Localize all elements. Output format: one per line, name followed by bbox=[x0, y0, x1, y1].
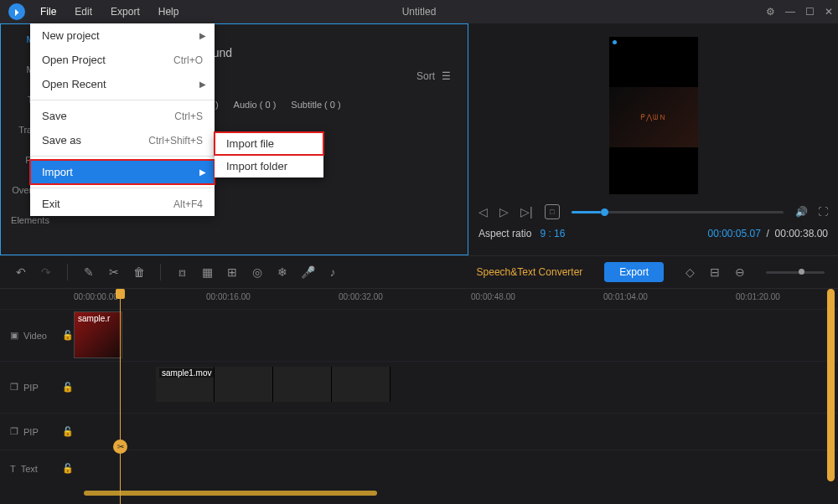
menu-import[interactable]: Import▶ bbox=[30, 160, 215, 184]
video-track-icon: ▣ bbox=[10, 330, 18, 341]
aspect-ratio-value[interactable]: 9 : 16 bbox=[540, 228, 565, 239]
track-pip[interactable]: ❐ PIP 🔓 sample1.mov bbox=[0, 361, 838, 413]
preview-frame: ᑭ⋀ᗯN bbox=[609, 87, 698, 147]
timeline-clip-pip[interactable]: sample1.mov bbox=[156, 367, 391, 402]
timeline-clip-video[interactable]: sample.r bbox=[74, 311, 122, 358]
sort-control[interactable]: Sort ☰ bbox=[416, 70, 451, 82]
maximize-icon[interactable]: ☐ bbox=[805, 6, 815, 18]
lock-icon[interactable]: 🔓 bbox=[62, 426, 72, 437]
play-button[interactable]: ▷ bbox=[499, 205, 509, 219]
title-bar: ⏵ File Edit Export Help Untitled ⚙ — ☐ ✕ bbox=[0, 0, 838, 23]
menu-import-folder[interactable]: Import folder bbox=[215, 155, 323, 177]
voiceover-button[interactable]: 🎤 bbox=[300, 265, 315, 280]
preview-panel: ᑭ⋀ᗯN ◁ ▷ ▷| □ 🔊 ⛶ Aspect ratio 9 : 16 00… bbox=[468, 23, 838, 255]
prev-frame-button[interactable]: ◁ bbox=[478, 205, 488, 219]
menu-new-project[interactable]: New project▶ bbox=[30, 23, 215, 48]
menu-label: Open Recent bbox=[42, 78, 106, 90]
playhead-scissors-icon[interactable]: ✂ bbox=[113, 440, 127, 454]
track-head: ❐ PIP bbox=[0, 426, 59, 437]
menu-separator bbox=[30, 100, 215, 100]
export-button[interactable]: Export bbox=[604, 262, 664, 282]
playhead[interactable]: ✂ bbox=[120, 289, 121, 504]
menu-label: Save as bbox=[42, 134, 81, 147]
zoom-thumb[interactable] bbox=[799, 269, 804, 275]
toolbar-divider bbox=[160, 264, 161, 280]
menu-edit[interactable]: Edit bbox=[66, 3, 101, 21]
zoom-out-button[interactable]: ⊖ bbox=[732, 265, 747, 280]
track-text[interactable]: T Text 🔓 bbox=[0, 450, 838, 486]
track-video[interactable]: ▣ Video 🔓 sample.r bbox=[0, 309, 838, 361]
lock-icon[interactable]: 🔓 bbox=[62, 463, 72, 474]
audio-detach-button[interactable]: ♪ bbox=[325, 265, 340, 280]
freeze-button[interactable]: ❄ bbox=[275, 265, 290, 280]
text-track-icon: T bbox=[10, 464, 16, 474]
document-title: Untitled bbox=[402, 6, 437, 18]
zoom-slider[interactable] bbox=[766, 271, 825, 274]
vertical-scrollbar[interactable] bbox=[827, 289, 835, 481]
aspect-label: Aspect ratio bbox=[478, 228, 531, 239]
time-sep: / bbox=[767, 228, 769, 239]
clip-thumbnail bbox=[215, 367, 273, 402]
menu-open-project[interactable]: Open ProjectCtrl+O bbox=[30, 48, 215, 72]
seek-thumb[interactable] bbox=[601, 208, 608, 216]
pip-track-icon: ❐ bbox=[10, 426, 18, 437]
close-icon[interactable]: ✕ bbox=[825, 6, 833, 18]
stop-button[interactable]: □ bbox=[545, 204, 560, 219]
crop-button[interactable]: ⧈ bbox=[174, 265, 189, 280]
edit-button[interactable]: ✎ bbox=[81, 265, 96, 280]
marker-button[interactable]: ◇ bbox=[682, 265, 697, 280]
minimize-icon[interactable]: — bbox=[785, 6, 795, 18]
menu-label: Import bbox=[42, 166, 73, 178]
menu-exit[interactable]: ExitAlt+F4 bbox=[30, 192, 215, 216]
track-label: Video bbox=[23, 331, 47, 341]
lock-icon[interactable]: 🔓 bbox=[62, 382, 72, 393]
window-controls: ⚙ — ☐ ✕ bbox=[766, 6, 833, 18]
file-dropdown: New project▶ Open ProjectCtrl+O Open Rec… bbox=[30, 23, 215, 216]
volume-icon[interactable]: 🔊 bbox=[795, 206, 808, 218]
track-label: Text bbox=[21, 464, 38, 474]
time-current: 00:00:05.07 bbox=[708, 228, 761, 239]
seek-bar[interactable] bbox=[572, 211, 784, 213]
menu-import-file[interactable]: Import file bbox=[215, 132, 323, 155]
split-screen-button[interactable]: ⊞ bbox=[225, 265, 240, 280]
lock-icon[interactable]: 🔓 bbox=[62, 330, 72, 341]
menu-save[interactable]: SaveCtrl+S bbox=[30, 104, 215, 128]
editing-toolbar: ↶ ↷ ✎ ✂ 🗑 ⧈ ▦ ⊞ ◎ ❄ 🎤 ♪ Speech&Text Conv… bbox=[0, 255, 838, 289]
speech-text-converter-link[interactable]: Speech&Text Converter bbox=[477, 266, 583, 278]
submenu-arrow-icon: ▶ bbox=[199, 80, 206, 89]
shortcut: Ctrl+S bbox=[174, 111, 203, 122]
time-ruler[interactable]: 00:00:00.00 00:00:16.00 00:00:32.00 00:0… bbox=[74, 289, 838, 309]
shortcut: Ctrl+Shift+S bbox=[148, 135, 203, 147]
redo-button[interactable]: ↷ bbox=[39, 265, 54, 280]
cut-button[interactable]: ✂ bbox=[106, 265, 122, 280]
mosaic-button[interactable]: ▦ bbox=[199, 265, 215, 280]
horizontal-scrollbar[interactable] bbox=[84, 491, 377, 496]
menu-help[interactable]: Help bbox=[150, 3, 188, 21]
undo-button[interactable]: ↶ bbox=[13, 265, 28, 280]
snapshot-button[interactable]: ◎ bbox=[250, 265, 265, 280]
clip-thumbnail bbox=[332, 367, 391, 402]
settings-icon[interactable]: ⚙ bbox=[766, 6, 775, 18]
track-head: ▣ Video bbox=[0, 330, 59, 341]
recording-dot-icon bbox=[613, 40, 617, 44]
menu-separator bbox=[30, 156, 215, 157]
track-head: ❐ PIP bbox=[0, 382, 59, 393]
app-logo-icon: ⏵ bbox=[8, 3, 25, 20]
next-frame-button[interactable]: ▷| bbox=[520, 205, 533, 219]
player-controls: ◁ ▷ ▷| □ 🔊 ⛶ bbox=[478, 204, 828, 219]
fullscreen-icon[interactable]: ⛶ bbox=[818, 206, 828, 218]
media-counts: ( 0 ) Audio ( 0 ) Subtitle ( 0 ) bbox=[202, 100, 341, 110]
delete-button[interactable]: 🗑 bbox=[132, 265, 147, 280]
menu-open-recent[interactable]: Open Recent▶ bbox=[30, 72, 215, 96]
menu-file[interactable]: File bbox=[32, 3, 65, 21]
menu-export[interactable]: Export bbox=[102, 3, 148, 21]
shortcut: Ctrl+O bbox=[173, 54, 203, 66]
link-button[interactable]: ⊟ bbox=[707, 265, 722, 280]
menu-save-as[interactable]: Save asCtrl+Shift+S bbox=[30, 128, 215, 152]
preview-viewport[interactable]: ᑭ⋀ᗯN bbox=[609, 37, 698, 194]
time-total: 00:00:38.00 bbox=[775, 228, 828, 239]
menu-bar: File Edit Export Help bbox=[32, 3, 187, 21]
ruler-tick: 00:00:16.00 bbox=[206, 292, 251, 301]
menu-label: Save bbox=[42, 110, 67, 122]
playhead-cap[interactable] bbox=[116, 289, 125, 299]
